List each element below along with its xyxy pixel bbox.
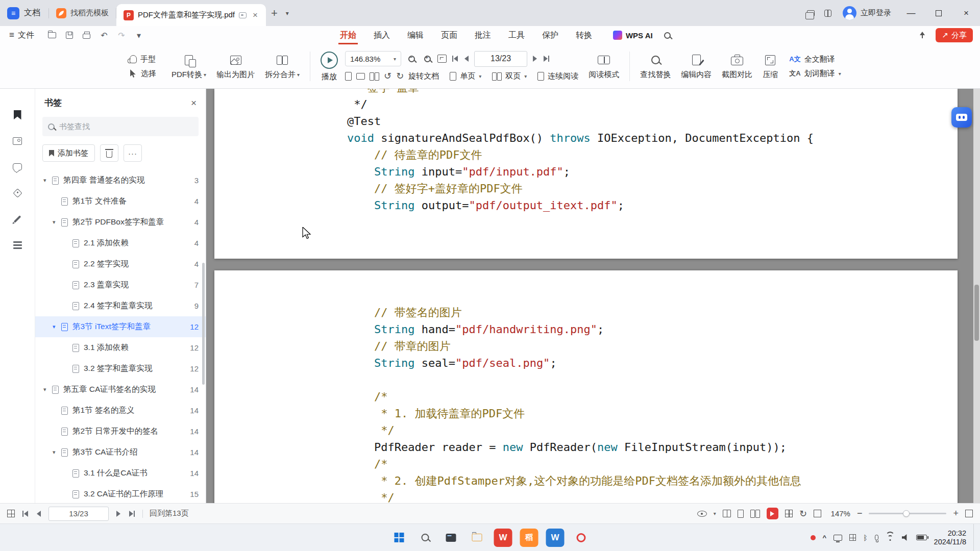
home-tab[interactable]: ≡ 文档 (0, 0, 48, 26)
zoom-out-button[interactable]: − (857, 508, 863, 519)
menu-tab-保护[interactable]: 保护 (533, 26, 567, 44)
double-page-button[interactable]: 双页▾ (489, 70, 530, 82)
expand-arrow-icon[interactable]: ▾ (53, 449, 61, 456)
first-page-button[interactable] (451, 56, 459, 62)
bluetooth-icon[interactable]: ᛒ (863, 534, 867, 542)
bookmark-item[interactable]: ▾第3节 CA证书介绍14 (35, 442, 206, 463)
bookmark-item[interactable]: 第1节 文件准备4 (35, 191, 206, 212)
rotate-right-icon[interactable]: ↻ (396, 71, 404, 81)
tab-close-icon[interactable]: × (252, 10, 259, 20)
menu-tab-页面[interactable]: 页面 (432, 26, 466, 44)
taskbar-search-button[interactable] (416, 529, 434, 547)
expand-arrow-icon[interactable]: ▾ (43, 177, 52, 184)
bookmark-item[interactable]: ▾第四章 普通签名的实现3 (35, 170, 206, 191)
print-button[interactable] (82, 31, 91, 40)
maximize-button[interactable] (925, 0, 952, 26)
back-to-page-link[interactable]: 回到第13页 (150, 509, 189, 518)
zoom-slider[interactable] (869, 513, 946, 514)
single-page-button[interactable]: 单页▾ (447, 70, 484, 82)
tray-record-icon[interactable] (811, 535, 816, 540)
menu-tab-批注[interactable]: 批注 (466, 26, 500, 44)
rotate-view-icon[interactable]: ↻ (799, 509, 807, 518)
double-page-view-icon[interactable] (750, 509, 760, 518)
bookmark-item[interactable]: 2.1 添加依赖4 (35, 233, 206, 254)
status-last-page-button[interactable] (128, 511, 136, 517)
play-button[interactable]: 播放 (315, 49, 343, 84)
panel-comment-icon[interactable] (12, 161, 23, 172)
screenshot-compare-button[interactable]: 截图对比 (717, 51, 757, 82)
frame-view-icon[interactable] (814, 510, 821, 517)
bookmark-item[interactable]: 3.2 CA证书的工作原理15 (35, 484, 206, 503)
bookmark-item[interactable]: ▾第五章 CA证书签名的实现14 (35, 379, 206, 400)
fit-height-icon[interactable] (345, 72, 352, 81)
bookmark-item[interactable]: 2.4 签字和盖章实现9 (35, 295, 206, 316)
status-next-page-button[interactable] (115, 511, 121, 517)
close-button[interactable]: × (952, 0, 980, 26)
show-desktop-button[interactable] (973, 524, 976, 551)
fit-width-icon[interactable] (356, 73, 365, 80)
undo-button[interactable]: ↶ (100, 31, 109, 40)
dropdown-caret-icon[interactable]: ▾ (714, 511, 716, 516)
cloud-upload-icon[interactable] (918, 31, 926, 39)
find-replace-button[interactable]: 查找替换 (635, 51, 676, 82)
menu-tab-编辑[interactable]: 编辑 (399, 26, 432, 44)
bookmark-item[interactable]: 3.1 添加依赖12 (35, 337, 206, 358)
thumbnail-grid-icon[interactable] (7, 510, 15, 517)
panel-thumbnail-icon[interactable] (12, 135, 23, 146)
split-merge-button[interactable]: 拆分合并▾ (260, 51, 305, 82)
document-scrollbar[interactable] (973, 89, 980, 503)
tray-grid-icon[interactable] (849, 534, 856, 541)
menu-tab-插入[interactable]: 插入 (365, 26, 399, 44)
pdf-convert-button[interactable]: PDF转换▾ (166, 51, 211, 82)
minimize-button[interactable]: — (897, 0, 925, 26)
edit-content-button[interactable]: 编辑内容 (676, 51, 717, 82)
zoom-slider-thumb[interactable] (903, 510, 910, 517)
rotate-left-icon[interactable]: ↺ (384, 71, 391, 81)
rotate-doc-label[interactable]: 旋转文档 (408, 71, 439, 81)
bookmarks-scrollbar[interactable] (202, 263, 205, 385)
login-button[interactable]: 立即登录 (837, 6, 897, 20)
fullscreen-icon[interactable] (965, 510, 973, 517)
share-button[interactable]: ↗ 分享 (936, 28, 973, 42)
zoom-in-button[interactable]: + (422, 53, 433, 64)
add-bookmark-button[interactable]: 添加书签 (42, 144, 95, 162)
export-image-button[interactable]: 输出为图片 (211, 51, 260, 82)
view-eye-icon[interactable] (697, 511, 707, 517)
prev-page-button[interactable] (463, 56, 470, 62)
zoom-out-button[interactable]: − (406, 53, 417, 64)
microphone-icon[interactable] (875, 535, 878, 540)
document-area[interactable]: * 签字 盖章 */@Testvoid signatureAndSealPdfB… (206, 89, 980, 503)
panel-bookmark-icon[interactable] (12, 109, 23, 120)
apps-box-button[interactable] (819, 6, 837, 21)
grid-view-icon[interactable] (785, 510, 793, 517)
bookmark-item[interactable]: 3.2 签字和盖章实现12 (35, 358, 206, 379)
taskbar-wps-pdf-button[interactable]: W (494, 529, 512, 547)
compress-button[interactable]: 压缩 (757, 51, 783, 82)
hand-tool-button[interactable]: 手型 (127, 54, 159, 65)
taskbar-app-orange-button[interactable]: 稻 (520, 529, 538, 547)
taskbar-explorer-button[interactable] (468, 529, 486, 547)
window-layout-button[interactable] (802, 6, 819, 21)
bookmark-item[interactable]: ▾第3节 iText签字和盖章12 (35, 316, 206, 337)
single-page-view-icon[interactable] (738, 510, 744, 518)
bookmark-item[interactable]: 第2节 日常开发中的签名14 (35, 421, 206, 442)
ai-assistant-fab[interactable] (951, 107, 972, 128)
file-menu[interactable]: ≡ 文件 (9, 30, 34, 41)
next-page-button[interactable] (532, 56, 538, 62)
select-tool-button[interactable]: 选择 (127, 68, 159, 80)
wifi-icon[interactable] (886, 534, 895, 541)
redo-button[interactable]: ↷ (117, 31, 126, 40)
read-mode-button[interactable]: 阅读模式 (583, 51, 624, 82)
expand-arrow-icon[interactable]: ▾ (53, 219, 61, 226)
panel-tag-icon[interactable] (12, 187, 23, 198)
expand-arrow-icon[interactable]: ▾ (53, 323, 61, 330)
word-translation-button[interactable]: 文A 划词翻译 ▾ (786, 68, 844, 80)
open-file-button[interactable] (47, 31, 57, 40)
tray-expand-icon[interactable]: ^ (823, 534, 827, 541)
taskbar-app-dark-button[interactable] (442, 529, 460, 547)
fit-width-view-icon[interactable] (723, 510, 731, 517)
taskbar-record-button[interactable] (572, 529, 591, 547)
continuous-read-button[interactable]: 连续阅读 (534, 70, 581, 82)
status-page-indicator[interactable]: 13/23 (48, 507, 109, 521)
two-page-view-icon[interactable] (370, 72, 379, 81)
